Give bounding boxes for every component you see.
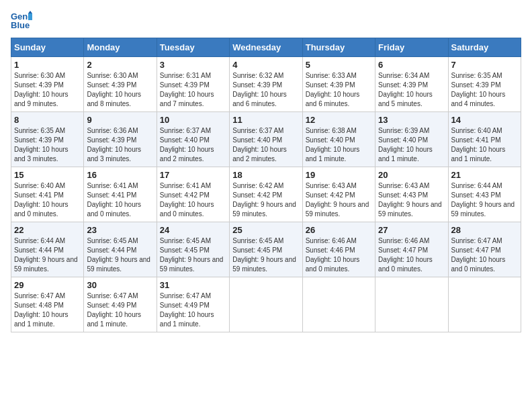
cell-info: Sunrise: 6:45 AMSunset: 4:45 PMDaylight:…: [232, 237, 296, 273]
calendar-cell: 13 Sunrise: 6:39 AMSunset: 4:40 PMDaylig…: [375, 112, 448, 167]
cell-info: Sunrise: 6:47 AMSunset: 4:47 PMDaylight:…: [451, 237, 506, 273]
day-number: 26: [306, 225, 372, 235]
day-number: 2: [87, 60, 153, 70]
cell-info: Sunrise: 6:47 AMSunset: 4:48 PMDaylight:…: [14, 292, 69, 328]
day-number: 24: [160, 225, 226, 235]
svg-text:Blue: Blue: [11, 20, 30, 30]
day-header-wednesday: Wednesday: [230, 38, 302, 57]
calendar-cell: 28 Sunrise: 6:47 AMSunset: 4:47 PMDaylig…: [448, 222, 521, 277]
day-header-saturday: Saturday: [448, 38, 521, 57]
cell-info: Sunrise: 6:46 AMSunset: 4:46 PMDaylight:…: [306, 237, 360, 273]
calendar-cell: 17 Sunrise: 6:41 AMSunset: 4:42 PMDaylig…: [157, 167, 229, 222]
calendar-header: SundayMondayTuesdayWednesdayThursdayFrid…: [11, 38, 521, 57]
cell-info: Sunrise: 6:45 AMSunset: 4:45 PMDaylight:…: [160, 237, 224, 273]
cell-info: Sunrise: 6:31 AMSunset: 4:39 PMDaylight:…: [160, 72, 214, 107]
day-number: 7: [451, 60, 518, 70]
calendar-cell: 11 Sunrise: 6:37 AMSunset: 4:40 PMDaylig…: [230, 112, 302, 167]
calendar-cell: [375, 277, 448, 332]
page-header: General Blue: [11, 11, 521, 30]
calendar-cell: 2 Sunrise: 6:30 AMSunset: 4:39 PMDayligh…: [84, 57, 157, 112]
calendar-cell: 21 Sunrise: 6:44 AMSunset: 4:43 PMDaylig…: [448, 167, 521, 222]
day-number: 12: [306, 115, 372, 125]
calendar-cell: 29 Sunrise: 6:47 AMSunset: 4:48 PMDaylig…: [11, 277, 84, 332]
calendar-week-1: 1 Sunrise: 6:30 AMSunset: 4:39 PMDayligh…: [11, 57, 521, 112]
day-header-sunday: Sunday: [11, 38, 84, 57]
cell-info: Sunrise: 6:44 AMSunset: 4:44 PMDaylight:…: [14, 237, 78, 273]
day-number: 5: [306, 60, 372, 70]
cell-info: Sunrise: 6:44 AMSunset: 4:43 PMDaylight:…: [451, 182, 515, 218]
calendar-cell: 26 Sunrise: 6:46 AMSunset: 4:46 PMDaylig…: [302, 222, 375, 277]
calendar-cell: 7 Sunrise: 6:35 AMSunset: 4:39 PMDayligh…: [448, 57, 521, 112]
logo-icon: General Blue: [11, 11, 32, 30]
day-number: 6: [378, 60, 445, 70]
calendar-cell: 4 Sunrise: 6:32 AMSunset: 4:39 PMDayligh…: [230, 57, 302, 112]
calendar-cell: 16 Sunrise: 6:41 AMSunset: 4:41 PMDaylig…: [84, 167, 157, 222]
cell-info: Sunrise: 6:43 AMSunset: 4:42 PMDaylight:…: [306, 182, 369, 218]
calendar-cell: 19 Sunrise: 6:43 AMSunset: 4:42 PMDaylig…: [302, 167, 375, 222]
day-number: 3: [160, 60, 226, 70]
day-number: 17: [160, 170, 226, 180]
cell-info: Sunrise: 6:42 AMSunset: 4:42 PMDaylight:…: [232, 182, 296, 218]
calendar-cell: 15 Sunrise: 6:40 AMSunset: 4:41 PMDaylig…: [11, 167, 84, 222]
calendar-cell: 18 Sunrise: 6:42 AMSunset: 4:42 PMDaylig…: [230, 167, 302, 222]
day-number: 27: [378, 225, 445, 235]
cell-info: Sunrise: 6:30 AMSunset: 4:39 PMDaylight:…: [14, 72, 69, 107]
cell-info: Sunrise: 6:41 AMSunset: 4:42 PMDaylight:…: [160, 182, 214, 218]
calendar-cell: 3 Sunrise: 6:31 AMSunset: 4:39 PMDayligh…: [157, 57, 229, 112]
day-header-tuesday: Tuesday: [157, 38, 229, 57]
cell-info: Sunrise: 6:34 AMSunset: 4:39 PMDaylight:…: [378, 72, 433, 107]
day-number: 21: [451, 170, 518, 180]
cell-info: Sunrise: 6:35 AMSunset: 4:39 PMDaylight:…: [14, 127, 69, 163]
day-number: 10: [160, 115, 226, 125]
day-number: 31: [160, 280, 226, 290]
calendar-cell: 30 Sunrise: 6:47 AMSunset: 4:49 PMDaylig…: [84, 277, 157, 332]
day-number: 8: [14, 115, 81, 125]
calendar-week-5: 29 Sunrise: 6:47 AMSunset: 4:48 PMDaylig…: [11, 277, 521, 332]
calendar-cell: 31 Sunrise: 6:47 AMSunset: 4:49 PMDaylig…: [157, 277, 229, 332]
logo: General Blue: [11, 11, 35, 30]
calendar-cell: 14 Sunrise: 6:40 AMSunset: 4:41 PMDaylig…: [448, 112, 521, 167]
calendar-cell: [448, 277, 521, 332]
calendar-cell: [230, 277, 302, 332]
calendar-cell: 5 Sunrise: 6:33 AMSunset: 4:39 PMDayligh…: [302, 57, 375, 112]
day-number: 25: [232, 225, 299, 235]
day-number: 20: [378, 170, 445, 180]
cell-info: Sunrise: 6:37 AMSunset: 4:40 PMDaylight:…: [232, 127, 287, 163]
calendar-cell: 20 Sunrise: 6:43 AMSunset: 4:43 PMDaylig…: [375, 167, 448, 222]
day-number: 11: [232, 115, 299, 125]
day-number: 14: [451, 115, 518, 125]
cell-info: Sunrise: 6:30 AMSunset: 4:39 PMDaylight:…: [87, 72, 141, 107]
day-number: 13: [378, 115, 445, 125]
day-number: 1: [14, 60, 81, 70]
day-number: 16: [87, 170, 153, 180]
cell-info: Sunrise: 6:35 AMSunset: 4:39 PMDaylight:…: [451, 72, 506, 107]
day-number: 29: [14, 280, 81, 290]
cell-info: Sunrise: 6:36 AMSunset: 4:39 PMDaylight:…: [87, 127, 141, 163]
cell-info: Sunrise: 6:33 AMSunset: 4:39 PMDaylight:…: [306, 72, 360, 107]
calendar-cell: 22 Sunrise: 6:44 AMSunset: 4:44 PMDaylig…: [11, 222, 84, 277]
day-number: 15: [14, 170, 81, 180]
calendar-cell: 12 Sunrise: 6:38 AMSunset: 4:40 PMDaylig…: [302, 112, 375, 167]
calendar-cell: 23 Sunrise: 6:45 AMSunset: 4:44 PMDaylig…: [84, 222, 157, 277]
svg-marker-2: [28, 13, 32, 20]
day-header-friday: Friday: [375, 38, 448, 57]
cell-info: Sunrise: 6:45 AMSunset: 4:44 PMDaylight:…: [87, 237, 150, 273]
cell-info: Sunrise: 6:40 AMSunset: 4:41 PMDaylight:…: [451, 127, 506, 163]
day-number: 28: [451, 225, 518, 235]
cell-info: Sunrise: 6:38 AMSunset: 4:40 PMDaylight:…: [306, 127, 360, 163]
day-number: 9: [87, 115, 153, 125]
calendar-cell: 24 Sunrise: 6:45 AMSunset: 4:45 PMDaylig…: [157, 222, 229, 277]
cell-info: Sunrise: 6:46 AMSunset: 4:47 PMDaylight:…: [378, 237, 433, 273]
calendar-cell: 1 Sunrise: 6:30 AMSunset: 4:39 PMDayligh…: [11, 57, 84, 112]
day-number: 18: [232, 170, 299, 180]
calendar-cell: 27 Sunrise: 6:46 AMSunset: 4:47 PMDaylig…: [375, 222, 448, 277]
cell-info: Sunrise: 6:41 AMSunset: 4:41 PMDaylight:…: [87, 182, 141, 218]
cell-info: Sunrise: 6:47 AMSunset: 4:49 PMDaylight:…: [160, 292, 214, 328]
cell-info: Sunrise: 6:47 AMSunset: 4:49 PMDaylight:…: [87, 292, 141, 328]
calendar-table: SundayMondayTuesdayWednesdayThursdayFrid…: [11, 38, 521, 332]
day-header-thursday: Thursday: [302, 38, 375, 57]
calendar-week-4: 22 Sunrise: 6:44 AMSunset: 4:44 PMDaylig…: [11, 222, 521, 277]
day-number: 30: [87, 280, 153, 290]
calendar-cell: 6 Sunrise: 6:34 AMSunset: 4:39 PMDayligh…: [375, 57, 448, 112]
cell-info: Sunrise: 6:37 AMSunset: 4:40 PMDaylight:…: [160, 127, 214, 163]
